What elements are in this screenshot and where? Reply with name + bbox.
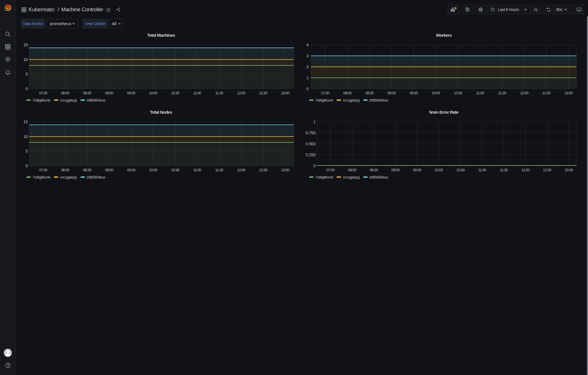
svg-text:0: 0: [25, 87, 28, 91]
svg-text:crczgpkqzj: crczgpkqzj: [343, 98, 360, 102]
svg-text:0: 0: [313, 163, 316, 168]
svg-text:0: 0: [306, 87, 309, 91]
svg-text:7s8lg8kvnh: 7s8lg8kvnh: [315, 175, 333, 179]
svg-text:08:00: 08:00: [348, 168, 357, 172]
svg-text:2: 2: [306, 65, 309, 69]
svg-text:11:00: 11:00: [193, 91, 201, 95]
svg-text:08:30: 08:30: [83, 91, 91, 95]
svg-text:12:30: 12:30: [543, 168, 552, 172]
svg-text:z985654tsw: z985654tsw: [369, 175, 388, 179]
svg-text:Total Nodes: Total Nodes: [150, 110, 172, 115]
svg-text:09:30: 09:30: [413, 168, 421, 172]
svg-text:10: 10: [23, 57, 28, 62]
svg-text:12:30: 12:30: [259, 168, 267, 172]
svg-text:07:30: 07:30: [39, 91, 47, 95]
svg-text:10:00: 10:00: [435, 168, 443, 172]
svg-text:12:00: 12:00: [237, 168, 245, 172]
svg-text:10:30: 10:30: [171, 168, 179, 172]
svg-text:11:30: 11:30: [500, 168, 508, 172]
svg-text:09:30: 09:30: [127, 91, 135, 95]
svg-text:0: 0: [25, 163, 28, 168]
svg-text:1: 1: [313, 120, 316, 124]
svg-text:z985654tsw: z985654tsw: [87, 98, 106, 102]
svg-text:4: 4: [306, 43, 309, 47]
svg-text:09:00: 09:00: [105, 91, 113, 95]
svg-text:0.750: 0.750: [306, 130, 316, 135]
svg-text:12:00: 12:00: [520, 91, 528, 95]
svg-text:10: 10: [23, 134, 28, 139]
svg-text:Workers: Workers: [436, 33, 452, 38]
svg-text:7s8lg8kvnh: 7s8lg8kvnh: [32, 98, 50, 102]
svg-text:7s8lg8kvnh: 7s8lg8kvnh: [315, 98, 333, 102]
svg-text:13:00: 13:00: [281, 168, 289, 172]
svg-text:09:00: 09:00: [387, 91, 396, 95]
svg-text:crczgpkqzj: crczgpkqzj: [60, 175, 77, 179]
svg-text:12:00: 12:00: [521, 168, 530, 172]
svg-text:Total Machines: Total Machines: [147, 33, 175, 38]
svg-text:10:00: 10:00: [432, 91, 440, 95]
svg-text:09:30: 09:30: [127, 168, 135, 172]
svg-text:11:00: 11:00: [193, 168, 201, 172]
svg-text:08:30: 08:30: [370, 168, 378, 172]
svg-text:11:30: 11:30: [215, 168, 223, 172]
svg-text:11:00: 11:00: [476, 91, 484, 95]
svg-text:07:30: 07:30: [39, 168, 47, 172]
svg-text:08:30: 08:30: [365, 91, 374, 95]
svg-text:10:00: 10:00: [149, 91, 157, 95]
svg-text:5: 5: [25, 72, 28, 76]
svg-text:12:00: 12:00: [237, 91, 245, 95]
svg-text:09:00: 09:00: [391, 168, 400, 172]
svg-text:07:30: 07:30: [321, 91, 330, 95]
svg-text:z985654tsw: z985654tsw: [87, 175, 106, 179]
svg-text:10:00: 10:00: [149, 168, 157, 172]
svg-text:z985654tsw: z985654tsw: [369, 98, 388, 102]
svg-text:7s8lg8kvnh: 7s8lg8kvnh: [32, 175, 50, 179]
svg-text:13:00: 13:00: [281, 91, 289, 95]
svg-text:0.500: 0.500: [306, 141, 316, 146]
svg-text:15: 15: [23, 43, 28, 47]
svg-text:08:00: 08:00: [343, 91, 352, 95]
svg-text:13:00: 13:00: [565, 168, 573, 172]
svg-text:09:30: 09:30: [409, 91, 418, 95]
svg-text:09:00: 09:00: [105, 168, 113, 172]
svg-text:07:30: 07:30: [326, 168, 335, 172]
svg-text:0.250: 0.250: [306, 152, 316, 157]
svg-text:11:30: 11:30: [498, 91, 506, 95]
svg-text:5: 5: [25, 149, 28, 153]
svg-text:13:00: 13:00: [564, 91, 573, 95]
svg-text:10:30: 10:30: [454, 91, 462, 95]
svg-text:3: 3: [306, 54, 309, 58]
svg-text:crczgpkqzj: crczgpkqzj: [60, 98, 77, 102]
svg-text:1: 1: [306, 76, 309, 80]
svg-text:12:30: 12:30: [259, 91, 267, 95]
svg-text:08:30: 08:30: [83, 168, 91, 172]
svg-text:5min Error Rate: 5min Error Rate: [429, 110, 459, 115]
svg-text:08:00: 08:00: [61, 91, 69, 95]
svg-text:12:30: 12:30: [542, 91, 551, 95]
svg-text:10:30: 10:30: [456, 168, 465, 172]
svg-text:15: 15: [23, 120, 28, 124]
svg-text:10:30: 10:30: [171, 91, 179, 95]
svg-text:crczgpkqzj: crczgpkqzj: [343, 175, 360, 179]
svg-text:11:00: 11:00: [478, 168, 486, 172]
svg-text:08:00: 08:00: [61, 168, 69, 172]
svg-text:11:30: 11:30: [215, 91, 223, 95]
